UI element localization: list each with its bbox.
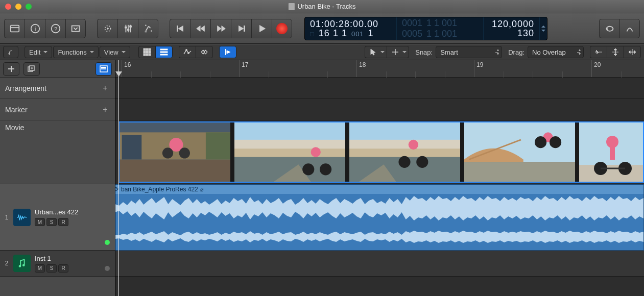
svg-rect-12 xyxy=(125,27,127,28)
svg-rect-14 xyxy=(129,26,131,27)
list-view-button[interactable] xyxy=(155,46,173,58)
svg-rect-38 xyxy=(160,52,168,53)
automation-button[interactable] xyxy=(179,46,196,58)
svg-point-8 xyxy=(107,28,108,29)
snap-label: Snap: xyxy=(410,48,435,56)
lcd-signature[interactable]: 130 xyxy=(489,29,534,38)
global-tracks-button[interactable] xyxy=(96,62,112,76)
svg-point-64 xyxy=(19,265,21,267)
svg-marker-22 xyxy=(238,26,243,31)
lcd-tempo[interactable]: 120,0000 xyxy=(489,19,534,29)
record-enable-button[interactable]: R xyxy=(58,264,68,273)
svg-marker-16 xyxy=(178,26,183,31)
svg-marker-18 xyxy=(201,26,204,31)
forward-button[interactable] xyxy=(210,19,231,38)
pencil-tool[interactable] xyxy=(387,46,409,58)
vertical-zoom-button[interactable] xyxy=(607,46,624,58)
inspector-button[interactable]: i xyxy=(25,19,45,38)
svg-rect-15 xyxy=(177,26,178,31)
movie-row-header[interactable]: Movie xyxy=(0,120,115,184)
waveform-zoom-button[interactable] xyxy=(590,46,607,58)
svg-rect-67 xyxy=(120,160,230,182)
close-window-button[interactable] xyxy=(5,4,11,10)
ruler[interactable]: 16 17 18 19 20 xyxy=(115,60,644,78)
svg-rect-91 xyxy=(464,162,575,182)
playhead[interactable] xyxy=(118,60,119,296)
svg-point-81 xyxy=(320,163,331,175)
horizontal-zoom-button[interactable] xyxy=(624,46,641,58)
audio-lane[interactable]: ⟳ban Bike_Apple ProRes 422⌀ xyxy=(115,184,644,251)
track-header-2[interactable]: 2 Inst 1 M S R xyxy=(0,251,115,277)
svg-rect-34 xyxy=(144,54,146,56)
view-menu[interactable]: View xyxy=(100,46,130,58)
svg-rect-33 xyxy=(149,51,151,53)
smart-controls-button[interactable] xyxy=(97,19,117,38)
svg-rect-72 xyxy=(122,135,142,159)
solo-button[interactable]: S xyxy=(46,218,57,226)
mute-button[interactable]: M xyxy=(35,264,45,273)
svg-rect-21 xyxy=(244,26,245,31)
mixer-button[interactable] xyxy=(117,19,138,38)
back-button[interactable] xyxy=(3,46,18,58)
flex-button[interactable] xyxy=(196,46,213,58)
minimize-window-button[interactable] xyxy=(15,4,21,10)
add-marker-button[interactable]: + xyxy=(101,105,110,114)
arrangement-row[interactable]: Arrangement + xyxy=(0,78,115,99)
record-button[interactable] xyxy=(272,19,292,38)
marker-row[interactable]: Marker + xyxy=(0,99,115,120)
cycle-button[interactable] xyxy=(599,19,619,38)
catch-playhead-button[interactable] xyxy=(219,46,236,58)
svg-rect-31 xyxy=(144,51,146,53)
track-name[interactable]: Inst 1 xyxy=(35,255,68,262)
lcd-display[interactable]: 01:00:28:00.00 □16 1 10011 00011 1 001 0… xyxy=(304,17,547,40)
functions-menu[interactable]: Functions xyxy=(53,46,98,58)
go-to-beginning-button[interactable] xyxy=(170,19,190,38)
svg-marker-44 xyxy=(371,49,375,55)
svg-rect-6 xyxy=(72,26,80,31)
tuner-button[interactable] xyxy=(619,19,640,38)
svg-rect-35 xyxy=(146,54,148,56)
snap-select[interactable]: Smart▴▾ xyxy=(436,46,502,58)
svg-text:?: ? xyxy=(54,26,57,32)
record-enable-button[interactable]: R xyxy=(58,218,68,226)
help-button[interactable]: ? xyxy=(45,19,65,38)
editors-button[interactable] xyxy=(138,19,158,38)
svg-marker-20 xyxy=(221,26,225,31)
svg-rect-39 xyxy=(160,54,168,55)
movie-lane[interactable] xyxy=(115,120,644,184)
lcd-dropdown[interactable] xyxy=(540,17,547,40)
edit-menu[interactable]: Edit xyxy=(25,46,52,58)
mute-button[interactable]: M xyxy=(35,218,45,226)
svg-point-80 xyxy=(302,163,314,175)
add-arrangement-button[interactable]: + xyxy=(101,84,110,93)
add-track-button[interactable] xyxy=(3,62,19,76)
timeline[interactable]: 16 17 18 19 20 ⟳ban Bike_App xyxy=(115,60,644,296)
solo-button[interactable]: S xyxy=(46,264,57,273)
play-button[interactable] xyxy=(251,19,272,38)
library-button[interactable] xyxy=(4,19,25,38)
movie-clip[interactable] xyxy=(118,121,644,183)
svg-rect-37 xyxy=(160,49,168,50)
arrangement-lane[interactable] xyxy=(115,78,644,99)
instrument-lane[interactable] xyxy=(115,251,644,277)
svg-rect-62 xyxy=(101,67,106,68)
audio-region[interactable]: ⟳ban Bike_Apple ProRes 422⌀ xyxy=(115,184,644,251)
marker-lane[interactable] xyxy=(115,99,644,120)
pointer-tool[interactable] xyxy=(365,46,387,58)
titlebar: Urban Bike - Tracks xyxy=(0,0,644,13)
drag-select[interactable]: No Overlap▴▾ xyxy=(528,46,584,58)
lcd-position[interactable]: 16 1 1 xyxy=(319,29,347,38)
svg-rect-28 xyxy=(144,48,146,51)
svg-rect-36 xyxy=(149,54,151,56)
window-title: Urban Bike - Tracks xyxy=(297,3,355,10)
zoom-window-button[interactable] xyxy=(26,4,32,10)
rewind-button[interactable] xyxy=(190,19,210,38)
track-header-1[interactable]: 1 Urban...es 422 M S R xyxy=(0,184,115,251)
grid-view-button[interactable] xyxy=(138,46,155,58)
lcd-timecode[interactable]: 01:00:28:00.00 xyxy=(310,19,391,29)
toolbar-toggle-button[interactable] xyxy=(65,19,86,38)
duplicate-track-button[interactable] xyxy=(23,62,40,76)
track-headers: Arrangement + Marker + Movie 1 Urban...e… xyxy=(0,60,115,296)
track-name[interactable]: Urban...es 422 xyxy=(35,208,78,216)
go-to-end-button[interactable] xyxy=(231,19,251,38)
